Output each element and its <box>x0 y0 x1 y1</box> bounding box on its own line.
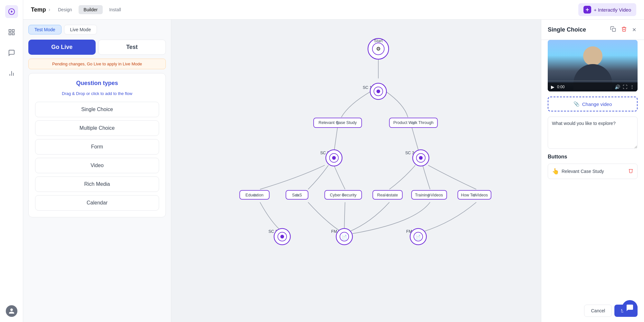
svg-text:📄: 📄 <box>415 234 421 240</box>
video-controls-right: 🔊 ⛶ ⋮ <box>615 84 634 90</box>
delete-button[interactable] <box>620 25 628 34</box>
action-buttons: Go Live Test <box>28 40 166 55</box>
interactly-video-button[interactable]: + + Interactly Video <box>578 3 636 16</box>
question-type-single-choice[interactable]: Single Choice <box>35 102 159 117</box>
question-type-multiple-choice[interactable]: Multiple Choice <box>35 120 159 136</box>
interactly-video-label: + Interactly Video <box>594 7 631 13</box>
volume-icon[interactable]: 🔊 <box>615 84 620 90</box>
svg-point-33 <box>419 156 422 160</box>
test-mode-tab[interactable]: Test Mode <box>28 25 62 34</box>
question-type-video[interactable]: Video <box>35 158 159 173</box>
button-item-left: 👆 Relevant Case Study <box>552 168 604 175</box>
topbar-left: Temp › Design Builder Install <box>31 5 126 14</box>
svg-point-48 <box>428 194 431 197</box>
play-icon[interactable]: ▶ <box>551 84 554 90</box>
sidebar-item-chart[interactable] <box>5 67 18 80</box>
plus-icon: + <box>583 6 591 14</box>
right-panel: Single Choice ✕ <box>541 20 644 322</box>
right-panel-header: Single Choice ✕ <box>541 20 644 40</box>
right-panel-title: Single Choice <box>548 26 586 33</box>
pending-notice: Pending changes, Go Live to apply in Liv… <box>28 59 166 69</box>
svg-point-19 <box>376 90 380 93</box>
tab-builder[interactable]: Builder <box>79 5 103 14</box>
svg-point-55 <box>280 235 284 238</box>
button-delete-icon[interactable] <box>628 168 633 175</box>
svg-point-25 <box>412 122 415 125</box>
svg-text:📄: 📄 <box>342 234 347 240</box>
button-label: Relevant Case Study <box>562 169 604 174</box>
content-area: Test Mode Live Mode Go Live Test Pending… <box>23 20 644 322</box>
test-button[interactable]: Test <box>98 40 166 55</box>
video-controls: ▶ 0:00 🔊 ⛶ ⋮ <box>548 82 638 91</box>
svg-text:SC 3: SC 3 <box>405 151 414 155</box>
drag-icon: 👆 <box>552 168 559 175</box>
svg-line-11 <box>412 127 419 152</box>
change-video-label: Change video <box>582 101 612 107</box>
svg-rect-64 <box>612 28 616 32</box>
breadcrumb: Temp <box>31 6 46 13</box>
tab-design[interactable]: Design <box>53 5 77 14</box>
live-mode-tab[interactable]: Live Mode <box>64 25 97 34</box>
video-progress-bar[interactable] <box>548 80 638 81</box>
flow-diagram: Start ⚙ SC 1 Relevant Case Study Product… <box>171 20 541 322</box>
topbar: Temp › Design Builder Install + + Intera… <box>23 0 644 20</box>
chat-bubble[interactable] <box>622 300 638 316</box>
svg-marker-1 <box>11 10 13 13</box>
right-panel-actions: ✕ <box>609 25 638 34</box>
svg-line-10 <box>334 127 337 152</box>
breadcrumb-arrow: › <box>49 7 50 13</box>
svg-rect-2 <box>9 30 11 32</box>
left-panel: Test Mode Live Mode Go Live Test Pending… <box>23 20 171 322</box>
sidebar-item-chat[interactable] <box>5 46 18 59</box>
question-types-title: Question types <box>35 80 159 87</box>
canvas-area[interactable]: Start ⚙ SC 1 Relevant Case Study Product… <box>171 20 541 322</box>
paperclip-icon: 📎 <box>573 101 580 107</box>
svg-rect-5 <box>12 33 14 35</box>
button-item-relevant-case-study: 👆 Relevant Case Study <box>548 164 638 179</box>
video-time: 0:00 <box>557 85 564 89</box>
video-container: ▶ 0:00 🔊 ⛶ ⋮ <box>548 40 638 91</box>
svg-text:⚙: ⚙ <box>376 46 381 52</box>
svg-rect-4 <box>9 33 11 35</box>
tab-install[interactable]: Install <box>104 5 126 14</box>
buttons-section: Buttons 👆 Relevant Case Study <box>541 154 644 182</box>
mode-tabs: Test Mode Live Mode <box>28 25 166 34</box>
svg-point-39 <box>296 194 298 197</box>
svg-rect-3 <box>12 30 14 32</box>
sidebar <box>0 0 23 322</box>
question-type-form[interactable]: Form <box>35 139 159 155</box>
user-avatar[interactable] <box>6 305 17 317</box>
more-icon[interactable]: ⋮ <box>630 84 634 90</box>
nav-tabs: Design Builder Install <box>53 5 126 14</box>
svg-point-29 <box>332 156 336 160</box>
close-button[interactable]: ✕ <box>631 25 638 34</box>
question-types-subtitle: Drag & Drop or click to add to the flow <box>35 91 159 96</box>
question-type-rich-media[interactable]: Rich Media <box>35 176 159 192</box>
sidebar-item-play[interactable] <box>5 5 18 18</box>
copy-button[interactable] <box>609 25 617 34</box>
svg-text:Start: Start <box>374 39 383 43</box>
question-type-calendar[interactable]: Calendar <box>35 195 159 211</box>
svg-point-51 <box>473 194 476 197</box>
svg-point-45 <box>386 194 389 197</box>
svg-point-42 <box>342 194 345 197</box>
change-video-button[interactable]: 📎 Change video <box>548 97 638 111</box>
question-types-panel: Question types Drag & Drop or click to a… <box>28 73 166 217</box>
fullscreen-icon[interactable]: ⛶ <box>623 84 627 90</box>
svg-point-22 <box>336 122 339 125</box>
go-live-button[interactable]: Go Live <box>28 40 96 55</box>
question-textarea[interactable]: What would you like to explore? <box>548 117 638 149</box>
main-content: Temp › Design Builder Install + + Intera… <box>23 0 644 322</box>
sidebar-item-grid[interactable] <box>5 26 18 39</box>
cancel-button[interactable]: Cancel <box>584 305 612 317</box>
svg-point-36 <box>253 194 256 197</box>
buttons-section-title: Buttons <box>548 154 638 160</box>
